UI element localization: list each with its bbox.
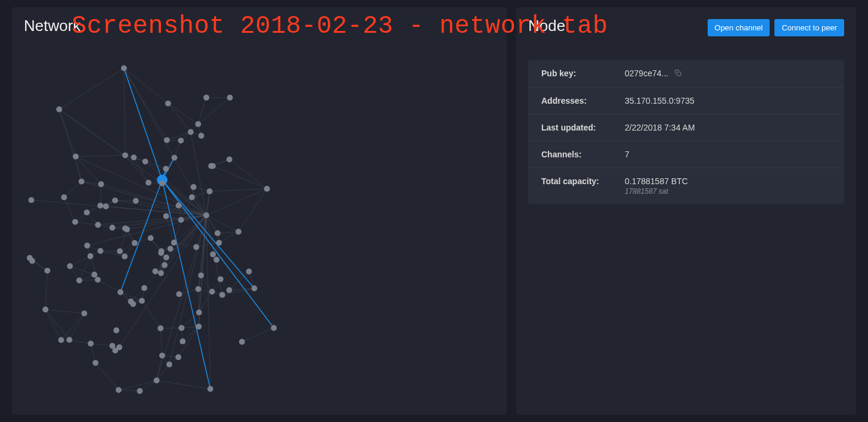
graph-node[interactable] bbox=[165, 101, 171, 107]
graph-node[interactable] bbox=[176, 291, 182, 297]
copy-icon[interactable] bbox=[674, 69, 682, 79]
graph-node[interactable] bbox=[159, 353, 165, 359]
graph-node[interactable] bbox=[218, 276, 224, 282]
graph-node[interactable] bbox=[239, 339, 245, 345]
graph-node[interactable] bbox=[176, 203, 182, 209]
graph-node[interactable] bbox=[116, 387, 122, 393]
graph-node[interactable] bbox=[137, 388, 143, 394]
graph-node[interactable] bbox=[172, 155, 178, 161]
graph-node[interactable] bbox=[203, 212, 209, 218]
graph-node[interactable] bbox=[56, 107, 62, 113]
graph-node[interactable] bbox=[29, 197, 35, 203]
graph-node[interactable] bbox=[154, 377, 160, 383]
graph-node[interactable] bbox=[112, 197, 118, 203]
graph-node[interactable] bbox=[91, 272, 97, 278]
graph-node[interactable] bbox=[117, 248, 123, 254]
graph-node[interactable] bbox=[188, 129, 194, 135]
graph-node[interactable] bbox=[235, 229, 241, 235]
graph-node[interactable] bbox=[203, 95, 209, 101]
graph-node[interactable] bbox=[264, 186, 270, 192]
graph-node[interactable] bbox=[178, 217, 184, 223]
graph-node[interactable] bbox=[61, 194, 67, 200]
graph-node[interactable] bbox=[157, 325, 163, 331]
graph-node[interactable] bbox=[113, 327, 119, 333]
graph-node[interactable] bbox=[207, 188, 213, 194]
graph-node[interactable] bbox=[171, 240, 177, 246]
graph-node[interactable] bbox=[124, 226, 130, 232]
graph-node[interactable] bbox=[92, 360, 98, 366]
graph-node[interactable] bbox=[84, 243, 90, 249]
graph-node[interactable] bbox=[76, 278, 82, 284]
graph-node[interactable] bbox=[130, 301, 136, 307]
graph-node[interactable] bbox=[166, 361, 172, 367]
graph-node[interactable] bbox=[213, 257, 219, 263]
graph-node[interactable] bbox=[178, 138, 184, 144]
graph-node[interactable] bbox=[271, 325, 277, 331]
graph-node[interactable] bbox=[199, 133, 204, 139]
graph-node[interactable] bbox=[66, 337, 72, 343]
graph-node[interactable] bbox=[142, 159, 148, 165]
graph-node[interactable] bbox=[42, 306, 48, 312]
graph-node[interactable] bbox=[227, 95, 233, 101]
graph-node[interactable] bbox=[198, 272, 204, 278]
graph-node[interactable] bbox=[109, 225, 115, 231]
graph-node[interactable] bbox=[163, 166, 169, 172]
graph-node[interactable] bbox=[179, 339, 185, 345]
graph-node[interactable] bbox=[227, 287, 232, 293]
graph-node[interactable] bbox=[98, 248, 104, 254]
graph-node[interactable] bbox=[73, 154, 79, 160]
graph-node[interactable] bbox=[141, 285, 147, 291]
graph-node[interactable] bbox=[219, 292, 225, 298]
graph-node[interactable] bbox=[196, 324, 202, 330]
graph-node[interactable] bbox=[216, 240, 222, 246]
graph-node[interactable] bbox=[103, 203, 109, 209]
graph-node[interactable] bbox=[131, 154, 137, 160]
graph-node[interactable] bbox=[209, 288, 215, 294]
graph-node[interactable] bbox=[95, 222, 101, 228]
graph-node[interactable] bbox=[72, 219, 78, 225]
graph-node[interactable] bbox=[162, 262, 168, 268]
graph-node[interactable] bbox=[193, 244, 199, 250]
graph-node[interactable] bbox=[189, 194, 195, 200]
graph-node[interactable] bbox=[153, 268, 159, 274]
graph-node[interactable] bbox=[88, 340, 94, 346]
graph-node[interactable] bbox=[148, 235, 154, 241]
graph-node[interactable] bbox=[122, 253, 128, 259]
graph-node[interactable] bbox=[210, 252, 216, 257]
graph-node[interactable] bbox=[175, 354, 181, 360]
graph-node[interactable] bbox=[122, 153, 128, 159]
graph-node[interactable] bbox=[179, 325, 185, 331]
graph-node[interactable] bbox=[95, 277, 101, 283]
graph-node[interactable] bbox=[208, 163, 214, 169]
graph-node[interactable] bbox=[132, 240, 138, 246]
graph-node[interactable] bbox=[145, 179, 151, 185]
graph-node[interactable] bbox=[88, 253, 94, 259]
graph-node[interactable] bbox=[121, 65, 127, 71]
graph-node[interactable] bbox=[84, 209, 90, 215]
graph-node[interactable] bbox=[67, 263, 73, 269]
graph-node[interactable] bbox=[252, 286, 258, 291]
graph-node[interactable] bbox=[81, 311, 87, 316]
graph-node[interactable] bbox=[159, 181, 165, 187]
graph-node[interactable] bbox=[58, 337, 64, 343]
graph-node[interactable] bbox=[227, 157, 232, 163]
graph-node[interactable] bbox=[191, 184, 197, 190]
graph-node[interactable] bbox=[168, 246, 173, 252]
graph-node[interactable] bbox=[97, 203, 103, 209]
graph-node[interactable] bbox=[117, 289, 123, 295]
graph-node[interactable] bbox=[79, 179, 85, 185]
graph-node[interactable] bbox=[45, 268, 51, 274]
graph-node[interactable] bbox=[246, 269, 252, 275]
graph-node[interactable] bbox=[158, 250, 164, 256]
graph-node[interactable] bbox=[29, 258, 35, 264]
graph-node[interactable] bbox=[196, 286, 202, 292]
graph-node[interactable] bbox=[195, 121, 201, 127]
graph-node[interactable] bbox=[133, 198, 139, 204]
graph-node[interactable] bbox=[207, 386, 213, 392]
connect-to-peer-button[interactable]: Connect to peer bbox=[774, 19, 844, 36]
graph-node[interactable] bbox=[98, 181, 104, 187]
graph-node[interactable] bbox=[139, 298, 145, 304]
network-graph[interactable] bbox=[24, 42, 495, 412]
graph-node[interactable] bbox=[196, 309, 202, 315]
graph-node[interactable] bbox=[164, 137, 170, 143]
